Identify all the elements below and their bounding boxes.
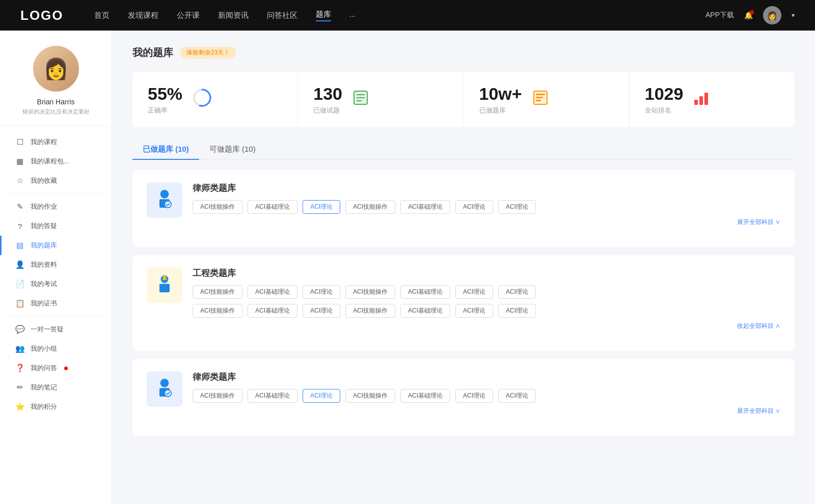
nav-discover[interactable]: 发现课程: [128, 11, 158, 20]
sidebar-item-course[interactable]: ☐ 我的课程: [0, 132, 112, 152]
qbank-info-3: 律师类题库 ACI技能操作 ACI基础理论 ACI理论 ACI技能操作 ACI基…: [193, 371, 780, 415]
qbank-icon: ▤: [15, 241, 24, 250]
sidebar: 👩 Brian Harris 错误的决定比没有决定要好 ☐ 我的课程 ▦ 我的课…: [0, 31, 112, 504]
tag-item[interactable]: ACI基础理论: [400, 285, 450, 299]
done-questions-icon: [352, 90, 369, 109]
sidebar-item-favorites[interactable]: ☆ 我的收藏: [0, 171, 112, 190]
tag-item[interactable]: ACI理论: [498, 304, 536, 318]
svg-point-17: [165, 201, 171, 208]
sidebar-item-label: 我的问答: [31, 363, 57, 373]
tag-item[interactable]: ACI理论: [303, 285, 340, 299]
sidebar-item-qa[interactable]: ? 我的答疑: [0, 216, 112, 236]
tag-item[interactable]: ACI技能操作: [345, 304, 395, 318]
sidebar-item-label: 一对一答疑: [31, 325, 64, 334]
tabs-row: 已做题库 (10) 可做题库 (10): [132, 139, 795, 160]
sidebar-item-profile[interactable]: 👤 我的资料: [0, 255, 112, 274]
nav-home[interactable]: 首页: [94, 11, 110, 20]
navbar-right: APP下载 🔔 👩 ▾: [705, 6, 795, 24]
tag-item[interactable]: ACI技能操作: [193, 200, 242, 214]
sidebar-item-homework[interactable]: ✎ 我的作业: [0, 197, 112, 216]
logo[interactable]: LOGO: [20, 8, 64, 23]
sidebar-item-points[interactable]: ⭐ 我的积分: [0, 397, 112, 416]
tag-item[interactable]: ACI基础理论: [400, 200, 450, 214]
qbank-info-1: 律师类题库 ACI技能操作 ACI基础理论 ACI理论 ACI技能操作 ACI基…: [193, 182, 780, 227]
tag-item[interactable]: ACI理论: [303, 304, 340, 318]
notification-bell[interactable]: 🔔: [744, 11, 753, 19]
tag-item[interactable]: ACI技能操作: [345, 285, 395, 299]
qbank-icon-lawyer-2: [147, 371, 182, 407]
nav-opencourse[interactable]: 公开课: [177, 11, 200, 20]
qbank-title-1: 律师类题库: [193, 182, 780, 194]
collapse-link-2[interactable]: 收起全部科目 ∧: [193, 322, 780, 330]
stat-value: 55% 正确率: [148, 84, 182, 115]
tag-item[interactable]: ACI基础理论: [248, 389, 297, 403]
tag-item[interactable]: ACI理论: [498, 389, 536, 403]
main-content: 我的题库 体验剩余23天！ 55% 正确率 130: [112, 31, 815, 504]
homework-icon: ✎: [15, 202, 24, 211]
tag-item[interactable]: ACI基础理论: [400, 389, 450, 403]
chevron-down-icon[interactable]: ▾: [792, 12, 795, 19]
tag-item[interactable]: ACI基础理论: [400, 304, 450, 318]
nav-qbank[interactable]: 题库: [316, 10, 331, 21]
qbank-card-1: 律师类题库 ACI技能操作 ACI基础理论 ACI理论 ACI技能操作 ACI基…: [132, 170, 795, 247]
sidebar-item-course-package[interactable]: ▦ 我的课程包...: [0, 152, 112, 171]
profile-section: 👩 Brian Harris 错误的决定比没有决定要好: [0, 46, 112, 126]
sidebar-item-label: 我的收藏: [31, 176, 57, 185]
tag-item[interactable]: ACI理论: [498, 200, 536, 214]
svg-point-23: [165, 390, 171, 397]
sidebar-item-1on1[interactable]: 💬 一对一答疑: [0, 320, 112, 339]
tag-item[interactable]: ACI技能操作: [345, 389, 395, 403]
tab-available[interactable]: 可做题库 (10): [199, 139, 266, 159]
sidebar-item-certificate[interactable]: 📋 我的证书: [0, 294, 112, 313]
tab-done[interactable]: 已做题库 (10): [132, 139, 199, 159]
sidebar-item-label: 我的资料: [31, 260, 57, 269]
sidebar-item-label: 我的课程包...: [31, 157, 69, 166]
stat-value: 1029 全站排名: [645, 84, 684, 115]
tag-item[interactable]: ACI技能操作: [193, 285, 242, 299]
tag-item[interactable]: ACI理论: [455, 389, 493, 403]
lawyer-svg: [152, 187, 177, 213]
qbank-title-3: 律师类题库: [193, 371, 780, 383]
sidebar-item-label: 我的课程: [31, 137, 57, 147]
expand-link-3[interactable]: 展开全部科目 ∨: [193, 407, 780, 415]
sidebar-item-qbank[interactable]: ▤ 我的题库: [0, 236, 112, 255]
qbank-card-3: 律师类题库 ACI技能操作 ACI基础理论 ACI理论 ACI技能操作 ACI基…: [132, 359, 795, 436]
page-title: 我的题库: [132, 46, 173, 60]
svg-point-15: [160, 190, 169, 199]
tag-item[interactable]: ACI技能操作: [193, 389, 242, 403]
tag-item[interactable]: ACI技能操作: [193, 304, 242, 318]
tag-item[interactable]: ACI理论: [455, 285, 493, 299]
avatar[interactable]: 👩: [763, 6, 781, 24]
sidebar-item-myqa[interactable]: ❓ 我的问答: [0, 358, 112, 378]
tag-item[interactable]: ACI理论: [455, 304, 493, 318]
stats-row: 55% 正确率 130 已做试题: [132, 72, 795, 127]
qbank-title-2: 工程类题库: [193, 267, 780, 279]
tag-item-active[interactable]: ACI理论: [303, 200, 340, 214]
tag-item[interactable]: ACI基础理论: [248, 285, 297, 299]
tag-item[interactable]: ACI理论: [498, 285, 536, 299]
stat-rank: 1029 全站排名: [630, 72, 795, 127]
main-nav: 首页 发现课程 公开课 新闻资讯 问答社区 题库 ···: [94, 10, 705, 21]
sidebar-item-exam[interactable]: 📄 我的考试: [0, 274, 112, 294]
tag-item[interactable]: ACI基础理论: [248, 200, 297, 214]
app-download[interactable]: APP下载: [705, 11, 734, 20]
qbank-info-2: 工程类题库 ACI技能操作 ACI基础理论 ACI理论 ACI技能操作 ACI基…: [193, 267, 780, 330]
tag-item[interactable]: ACI理论: [455, 200, 493, 214]
nav-more[interactable]: ···: [349, 11, 356, 20]
tag-item[interactable]: ACI技能操作: [345, 200, 395, 214]
sidebar-item-notes[interactable]: ✏ 我的笔记: [0, 378, 112, 397]
svg-rect-12: [694, 100, 698, 105]
tag-item-active[interactable]: ACI理论: [303, 389, 340, 403]
qbank-header-1: 律师类题库 ACI技能操作 ACI基础理论 ACI理论 ACI技能操作 ACI基…: [147, 182, 780, 227]
sidebar-divider-2: [10, 316, 101, 317]
tag-item[interactable]: ACI基础理论: [248, 304, 297, 318]
sidebar-item-group[interactable]: 👥 我的小组: [0, 339, 112, 358]
accuracy-icon: [193, 88, 212, 111]
navbar: LOGO 首页 发现课程 公开课 新闻资讯 问答社区 题库 ··· APP下载 …: [0, 0, 815, 31]
expand-link-1[interactable]: 展开全部科目 ∨: [193, 218, 780, 227]
profile-icon: 👤: [15, 260, 24, 269]
nav-news[interactable]: 新闻资讯: [218, 11, 249, 20]
trial-badge: 体验剩余23天！: [180, 47, 236, 59]
svg-rect-11: [536, 100, 541, 101]
nav-qa[interactable]: 问答社区: [267, 11, 297, 20]
